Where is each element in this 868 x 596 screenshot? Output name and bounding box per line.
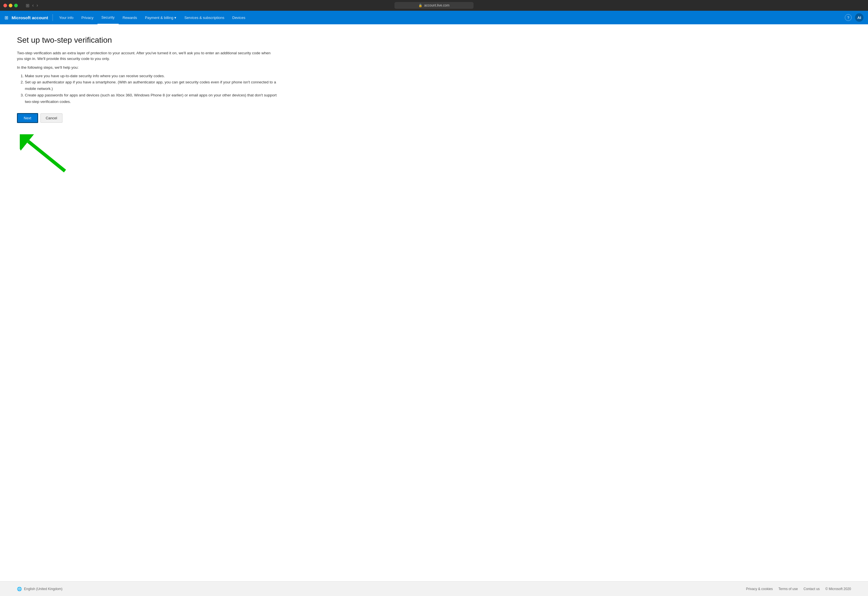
footer: 🌐 English (United Kingdom) Privacy & coo… bbox=[0, 581, 868, 596]
help-button[interactable]: ? bbox=[845, 14, 852, 21]
svg-line-1 bbox=[28, 141, 65, 171]
page-description: Two-step verification adds an extra laye… bbox=[17, 50, 271, 62]
nav-your-info[interactable]: Your info bbox=[55, 11, 77, 24]
footer-terms-of-use[interactable]: Terms of use bbox=[778, 587, 798, 591]
brand-name[interactable]: Microsoft account bbox=[12, 15, 48, 20]
footer-privacy-cookies[interactable]: Privacy & cookies bbox=[746, 587, 773, 591]
steps-intro: In the following steps, we'll help you: bbox=[17, 65, 851, 70]
cancel-button[interactable]: Cancel bbox=[40, 113, 62, 123]
grid-icon[interactable]: ⊞ bbox=[4, 15, 8, 20]
nav-security[interactable]: Security bbox=[97, 11, 119, 24]
step-2: Set up an authenticator app if you have … bbox=[25, 79, 279, 92]
traffic-lights bbox=[3, 4, 18, 7]
address-bar[interactable]: 🔒 account.live.com bbox=[394, 2, 474, 9]
step-3: Create app passwords for apps and device… bbox=[25, 92, 279, 105]
nav-right: ? AI bbox=[845, 13, 864, 22]
next-button[interactable]: Next bbox=[17, 113, 38, 123]
arrow-annotation bbox=[20, 134, 851, 175]
footer-copyright: © Microsoft 2020 bbox=[825, 587, 851, 591]
page-title: Set up two-step verification bbox=[17, 35, 851, 45]
green-arrow-svg bbox=[20, 134, 71, 174]
avatar[interactable]: AI bbox=[855, 13, 864, 22]
navbar: ⊞ Microsoft account Your info Privacy Se… bbox=[0, 11, 868, 24]
footer-contact-us[interactable]: Contact us bbox=[804, 587, 820, 591]
globe-icon: 🌐 bbox=[17, 587, 22, 591]
sidebar-toggle[interactable]: ⊞ bbox=[26, 3, 30, 8]
fullscreen-button[interactable] bbox=[14, 4, 18, 7]
close-button[interactable] bbox=[3, 4, 7, 7]
nav-payment-billing[interactable]: Payment & billing ▾ bbox=[141, 11, 180, 24]
nav-services-subscriptions[interactable]: Services & subscriptions bbox=[180, 11, 228, 24]
nav-rewards[interactable]: Rewards bbox=[119, 11, 141, 24]
step-1: Make sure you have up-to-date security i… bbox=[25, 73, 279, 80]
nav-devices[interactable]: Devices bbox=[228, 11, 249, 24]
main-content: Set up two-step verification Two-step ve… bbox=[0, 24, 868, 581]
forward-button[interactable]: › bbox=[37, 3, 38, 8]
language-selector[interactable]: English (United Kingdom) bbox=[24, 587, 62, 591]
nav-privacy[interactable]: Privacy bbox=[77, 11, 97, 24]
chevron-down-icon: ▾ bbox=[174, 16, 176, 20]
footer-left: 🌐 English (United Kingdom) bbox=[17, 587, 62, 591]
buttons-row: Next Cancel bbox=[17, 113, 851, 123]
nav-links: Your info Privacy Security Rewards Payme… bbox=[55, 11, 845, 24]
url-text: account.live.com bbox=[424, 3, 449, 7]
footer-right: Privacy & cookies Terms of use Contact u… bbox=[746, 587, 851, 591]
titlebar: ⊞ ‹ › 🔒 account.live.com bbox=[0, 0, 868, 11]
steps-list: Make sure you have up-to-date security i… bbox=[25, 73, 851, 105]
back-button[interactable]: ‹ bbox=[32, 3, 34, 8]
lock-icon: 🔒 bbox=[418, 4, 422, 7]
minimize-button[interactable] bbox=[9, 4, 12, 7]
